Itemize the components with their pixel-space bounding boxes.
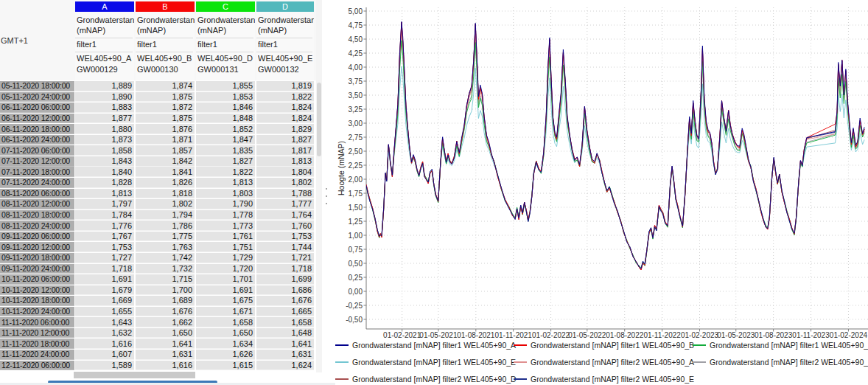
value-cell[interactable]: 1,818	[136, 189, 195, 199]
column-letter-band[interactable]: C	[196, 1, 255, 12]
value-cell[interactable]: 1,641	[136, 339, 195, 349]
value-cell[interactable]: 1,826	[136, 178, 195, 188]
row-header-timestamp[interactable]: 10-11-2020 06:00:00	[0, 274, 74, 285]
value-cell[interactable]: 1,715	[136, 274, 195, 285]
row-header-timestamp[interactable]: 10-11-2020 18:00:00	[0, 296, 74, 306]
row-header-timestamp[interactable]: 07-11-2020 12:00:00	[0, 156, 74, 167]
legend-item[interactable]: Grondwaterstand [mNAP] filter1 WEL405+90…	[514, 339, 694, 352]
value-cell[interactable]: 1,631	[136, 350, 195, 360]
value-cell[interactable]: 1,675	[196, 296, 255, 306]
value-cell[interactable]: 1,665	[256, 307, 314, 317]
value-cell[interactable]: 1,822	[256, 92, 314, 103]
value-cell[interactable]: 1,676	[256, 296, 314, 306]
value-cell[interactable]: 1,855	[196, 81, 255, 91]
column-header-A[interactable]: AGrondwaterstan(mNAP)filter1WEL405+90_AG…	[75, 0, 134, 80]
column-letter-band[interactable]: A	[75, 1, 134, 12]
row-header-timestamp[interactable]: 11-11-2020 18:00:00	[0, 339, 74, 349]
value-cell[interactable]: 1,686	[256, 285, 314, 296]
value-cell[interactable]: 1,764	[256, 210, 314, 221]
value-cell[interactable]: 1,876	[136, 124, 195, 134]
value-cell[interactable]: 1,744	[256, 242, 314, 252]
value-cell[interactable]: 1,817	[256, 145, 314, 156]
value-cell[interactable]: 1,761	[196, 232, 255, 242]
value-cell[interactable]: 1,718	[256, 264, 314, 274]
value-cell[interactable]: 1,874	[136, 81, 195, 91]
row-header-timestamp[interactable]: 12-11-2020 06:00:00	[0, 361, 74, 371]
value-cell[interactable]: 1,776	[75, 221, 134, 231]
row-header-timestamp[interactable]: 05-11-2020 18:00:00	[0, 81, 74, 91]
row-header-timestamp[interactable]: 06-11-2020 12:00:00	[0, 114, 74, 124]
value-cell[interactable]: 1,662	[136, 317, 195, 327]
value-cell[interactable]: 1,852	[196, 124, 255, 134]
legend-item[interactable]: Grondwaterstand [mNAP] filter1 WEL405+90…	[335, 339, 516, 352]
column-header-C[interactable]: CGrondwaterstan(mNAP)filter1WEL405+90_DG…	[196, 0, 255, 80]
value-cell[interactable]: 1,727	[75, 253, 134, 263]
value-cell[interactable]: 1,720	[196, 264, 255, 274]
value-cell[interactable]: 1,813	[75, 189, 134, 199]
legend-item[interactable]: Grondwaterstand [mNAP] filter2 WEL405+90…	[514, 372, 694, 385]
value-cell[interactable]: 1,643	[75, 317, 134, 327]
value-cell[interactable]: 1,671	[196, 307, 255, 317]
column-letter-band[interactable]: D	[256, 1, 314, 12]
value-cell[interactable]: 1,631	[256, 350, 314, 360]
legend-item[interactable]: Grondwaterstand [mNAP] filter2 WEL405+90…	[693, 355, 868, 369]
value-cell[interactable]: 1,775	[136, 232, 195, 242]
timeseries-chart[interactable]: 5,004,754,504,254,003,753,503,253,002,75…	[335, 0, 868, 385]
value-cell[interactable]: 1,835	[196, 145, 255, 156]
value-cell[interactable]: 1,753	[75, 242, 134, 252]
row-header-timestamp[interactable]: 09-11-2020 06:00:00	[0, 232, 74, 242]
value-cell[interactable]: 1,784	[75, 210, 134, 221]
value-cell[interactable]: 1,700	[136, 285, 195, 296]
row-header-timestamp[interactable]: 06-11-2020 18:00:00	[0, 124, 74, 134]
value-cell[interactable]: 1,828	[75, 178, 134, 188]
value-cell[interactable]: 1,777	[256, 199, 314, 209]
value-cell[interactable]: 1,669	[75, 296, 134, 306]
value-cell[interactable]: 1,650	[136, 328, 195, 339]
value-cell[interactable]: 1,803	[196, 189, 255, 199]
value-cell[interactable]: 1,632	[75, 328, 134, 339]
value-cell[interactable]: 1,773	[196, 221, 255, 231]
value-cell[interactable]: 1,763	[136, 242, 195, 252]
value-cell[interactable]: 1,691	[75, 274, 134, 285]
value-cell[interactable]: 1,615	[196, 361, 255, 371]
value-cell[interactable]: 1,790	[196, 199, 255, 209]
value-cell[interactable]: 1,589	[75, 361, 134, 371]
value-cell[interactable]: 1,875	[136, 114, 195, 124]
value-cell[interactable]: 1,648	[256, 328, 314, 339]
row-header-timestamp[interactable]: 11-11-2020 12:00:00	[0, 328, 74, 339]
value-cell[interactable]: 1,729	[196, 253, 255, 263]
value-cell[interactable]: 1,634	[196, 339, 255, 349]
row-header-timestamp[interactable]: 09-11-2020 12:00:00	[0, 242, 74, 252]
value-cell[interactable]: 1,841	[136, 167, 195, 177]
value-cell[interactable]: 1,753	[256, 232, 314, 242]
value-cell[interactable]: 1,624	[256, 361, 314, 371]
value-cell[interactable]: 1,732	[136, 264, 195, 274]
legend-item[interactable]: Grondwaterstand [mNAP] filter1 WEL405+90…	[335, 355, 516, 369]
legend-item[interactable]: Grondwaterstand [mNAP] filter1 WEL405+90…	[693, 339, 868, 352]
column-header-B[interactable]: BGrondwaterstan(mNAP)filter1WEL405+90_BG…	[136, 0, 195, 80]
value-cell[interactable]: 1,718	[75, 264, 134, 274]
value-cell[interactable]: 1,890	[75, 92, 134, 103]
value-cell[interactable]: 1,676	[136, 307, 195, 317]
row-header-timestamp[interactable]: 10-11-2020 24:00:00	[0, 307, 74, 317]
value-cell[interactable]: 1,853	[196, 92, 255, 103]
value-cell[interactable]: 1,721	[256, 253, 314, 263]
table-horizontal-scrollbar-thumb[interactable]	[74, 372, 195, 378]
value-cell[interactable]: 1,872	[136, 103, 195, 113]
legend-item[interactable]: Grondwaterstand [mNAP] filter2 WEL405+90…	[335, 372, 517, 385]
value-cell[interactable]: 1,848	[196, 114, 255, 124]
value-cell[interactable]: 1,877	[75, 114, 134, 124]
value-cell[interactable]: 1,699	[256, 274, 314, 285]
value-cell[interactable]: 1,742	[136, 253, 195, 263]
value-cell[interactable]: 1,824	[256, 114, 314, 124]
value-cell[interactable]: 1,840	[75, 167, 134, 177]
value-cell[interactable]: 1,880	[75, 124, 134, 134]
value-cell[interactable]: 1,616	[136, 361, 195, 371]
value-cell[interactable]: 1,797	[75, 199, 134, 209]
value-cell[interactable]: 1,689	[136, 296, 195, 306]
row-header-timestamp[interactable]: 07-11-2020 24:00:00	[0, 178, 74, 188]
value-cell[interactable]: 1,650	[196, 328, 255, 339]
row-header-timestamp[interactable]: 08-11-2020 18:00:00	[0, 210, 74, 221]
value-cell[interactable]: 1,679	[75, 285, 134, 296]
value-cell[interactable]: 1,804	[256, 167, 314, 177]
